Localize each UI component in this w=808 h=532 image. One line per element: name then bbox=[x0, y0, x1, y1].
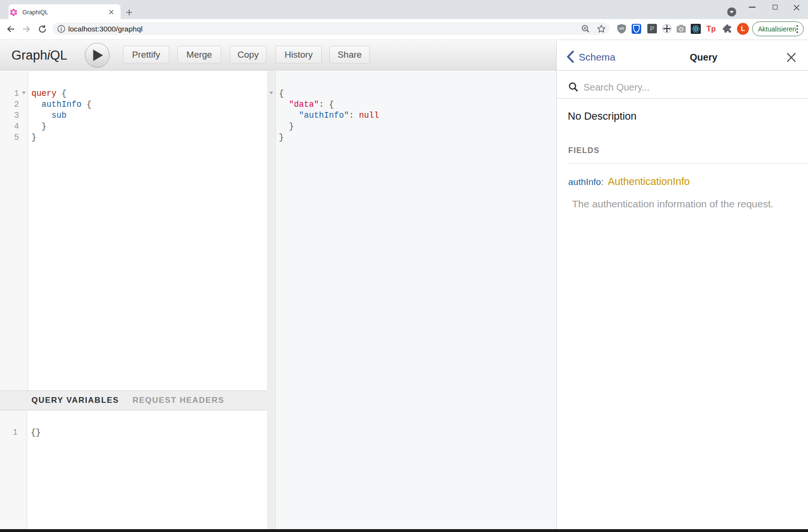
svg-text:uO: uO bbox=[619, 27, 624, 30]
svg-text:P: P bbox=[650, 25, 654, 32]
